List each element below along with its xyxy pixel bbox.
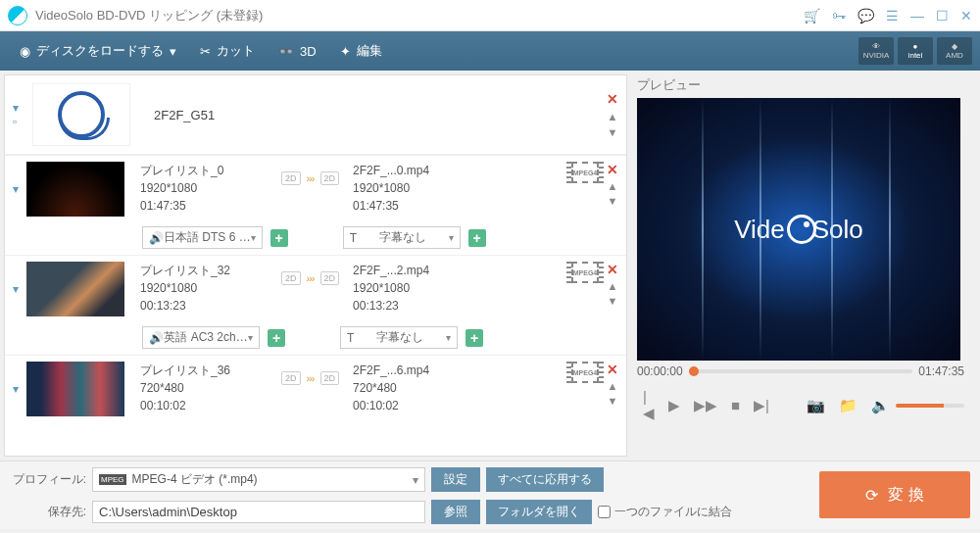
remove-item-icon[interactable]: ✕ bbox=[607, 262, 618, 277]
arrow-icon: ››› bbox=[307, 372, 315, 384]
item-dst-resolution: 1920*1080 bbox=[353, 179, 461, 197]
disc-controls: ✕ ▲ ▼ bbox=[607, 91, 618, 138]
merge-checkbox[interactable] bbox=[598, 506, 611, 518]
list-item: ▾ プレイリスト_0 1920*1080 01:47:35 2D ››› 2D … bbox=[5, 155, 626, 255]
conversion-arrow: 2D ››› 2D bbox=[281, 271, 339, 285]
volume-icon[interactable]: 🔈 bbox=[871, 397, 890, 414]
disc-title: 2F2F_G51 bbox=[154, 108, 215, 122]
item-src-duration: 01:47:35 bbox=[140, 197, 281, 215]
preview-label: プレビュー bbox=[637, 76, 964, 94]
cut-button[interactable]: ✂ カット bbox=[188, 42, 267, 60]
remove-item-icon[interactable]: ✕ bbox=[607, 362, 618, 377]
edit-button[interactable]: ✦ 編集 bbox=[328, 42, 394, 60]
3d-button[interactable]: 👓 3D bbox=[267, 44, 328, 59]
bluray-logo-icon bbox=[58, 91, 105, 138]
item-collapse-toggle[interactable]: ▾ bbox=[13, 182, 26, 196]
settings-button[interactable]: 設定 bbox=[431, 467, 480, 492]
title-bar: VideoSolo BD-DVD リッピング (未登録) 🛒 🗝 💬 ☰ — ☐… bbox=[0, 0, 980, 31]
move-item-down-icon[interactable]: ▼ bbox=[608, 395, 618, 407]
profile-select[interactable]: MPEG MPEG-4 ビデオ (*.mp4) ▾ bbox=[92, 467, 425, 492]
item-dst-name: 2F2F_...0.mp4 bbox=[353, 162, 461, 179]
wand-icon: ✦ bbox=[340, 44, 351, 59]
minimize-icon[interactable]: — bbox=[910, 8, 924, 24]
item-collapse-toggle[interactable]: ▾ bbox=[13, 282, 26, 296]
audio-icon: 🔊 bbox=[149, 231, 164, 245]
dst-dimension-badge: 2D bbox=[320, 271, 340, 285]
item-thumbnail bbox=[26, 362, 124, 416]
preview-logo: VideSolo bbox=[734, 215, 863, 245]
item-format[interactable]: MPEG4 bbox=[571, 262, 599, 283]
item-name: プレイリスト_0 bbox=[140, 162, 281, 179]
load-disc-button[interactable]: ◉ ディスクをロードする ▾ bbox=[8, 42, 188, 60]
chevron-down-icon: ▾ bbox=[248, 332, 253, 343]
move-item-down-icon[interactable]: ▼ bbox=[608, 195, 618, 207]
player-controls: |◀ ▶ ▶▶ ■ ▶| 📷 📁 🔈 bbox=[637, 388, 964, 422]
current-time: 00:00:00 bbox=[637, 364, 683, 378]
dest-label: 保存先: bbox=[10, 504, 86, 520]
add-subtitle-button[interactable]: + bbox=[466, 329, 483, 347]
merge-checkbox-wrap[interactable]: 一つのファイルに結合 bbox=[598, 504, 732, 520]
next-icon[interactable]: ▶| bbox=[754, 397, 769, 414]
edit-label: 編集 bbox=[357, 42, 382, 60]
move-item-down-icon[interactable]: ▼ bbox=[608, 295, 618, 307]
item-controls: ✕ ▲ ▼ bbox=[607, 262, 618, 307]
open-folder-button[interactable]: フォルダを開く bbox=[486, 500, 592, 524]
dest-path-input[interactable]: C:\Users\admin\Desktop bbox=[92, 501, 425, 523]
item-controls: ✕ ▲ ▼ bbox=[607, 362, 618, 407]
item-format[interactable]: MPEG4 bbox=[571, 362, 599, 383]
item-src-duration: 00:10:02 bbox=[140, 397, 281, 414]
audio-track-value: 日本語 DTS 6 … bbox=[164, 229, 251, 246]
convert-icon: ⟳ bbox=[865, 486, 878, 505]
menu-icon[interactable]: ☰ bbox=[886, 8, 899, 24]
play-icon[interactable]: ▶ bbox=[668, 397, 680, 414]
key-icon[interactable]: 🗝 bbox=[832, 8, 846, 24]
close-icon[interactable]: ✕ bbox=[960, 8, 972, 24]
seek-bar[interactable] bbox=[689, 369, 913, 373]
format-icon: MPEG4 bbox=[571, 262, 599, 283]
footer: プロフィール: MPEG MPEG-4 ビデオ (*.mp4) ▾ 設定 すべて… bbox=[0, 460, 980, 529]
add-audio-button[interactable]: + bbox=[268, 329, 285, 347]
glasses-icon: 👓 bbox=[278, 44, 294, 59]
cut-label: カット bbox=[217, 42, 255, 60]
subtitle-track-select[interactable]: T 字幕なし ▾ bbox=[340, 326, 458, 349]
add-audio-button[interactable]: + bbox=[270, 229, 288, 247]
apply-all-button[interactable]: すべてに応用する bbox=[486, 467, 604, 492]
move-up-icon[interactable]: ▲ bbox=[608, 111, 618, 122]
volume-slider[interactable] bbox=[896, 404, 964, 408]
item-src-duration: 00:13:23 bbox=[140, 297, 281, 315]
disc-header: ▾▫ 2F2F_G51 ✕ ▲ ▼ bbox=[5, 75, 626, 155]
audio-icon: 🔊 bbox=[149, 331, 164, 345]
amd-badge: ◆AMD bbox=[937, 37, 972, 65]
dst-dimension-badge: 2D bbox=[320, 371, 340, 385]
move-item-up-icon[interactable]: ▲ bbox=[608, 380, 618, 392]
item-source-info: プレイリスト_36 720*480 00:10:02 bbox=[140, 362, 281, 414]
item-format[interactable]: MPEG4 bbox=[571, 162, 599, 183]
stop-icon[interactable]: ■ bbox=[731, 397, 740, 413]
convert-button[interactable]: ⟳ 変 換 bbox=[819, 471, 970, 518]
fast-forward-icon[interactable]: ▶▶ bbox=[694, 397, 717, 414]
profile-label: プロフィール: bbox=[10, 471, 86, 488]
prev-icon[interactable]: |◀ bbox=[643, 388, 655, 422]
maximize-icon[interactable]: ☐ bbox=[936, 8, 949, 24]
subtitle-icon: T bbox=[347, 331, 354, 345]
nvidia-badge: 👁NVIDIA bbox=[858, 37, 894, 65]
subtitle-track-select[interactable]: T 字幕なし ▾ bbox=[343, 226, 461, 249]
audio-track-select[interactable]: 🔊 日本語 DTS 6 … ▾ bbox=[142, 226, 263, 249]
folder-icon[interactable]: 📁 bbox=[839, 397, 858, 414]
collapse-toggle[interactable]: ▾▫ bbox=[13, 101, 26, 128]
move-down-icon[interactable]: ▼ bbox=[608, 126, 618, 138]
audio-track-value: 英語 AC3 2ch… bbox=[164, 329, 247, 346]
remove-item-icon[interactable]: ✕ bbox=[607, 162, 618, 177]
item-collapse-toggle[interactable]: ▾ bbox=[13, 382, 26, 396]
title-list-panel: ▾▫ 2F2F_G51 ✕ ▲ ▼ ▾ プレイリスト_0 1920*1080 0… bbox=[4, 74, 627, 457]
move-item-up-icon[interactable]: ▲ bbox=[608, 180, 618, 192]
snapshot-icon[interactable]: 📷 bbox=[807, 397, 825, 414]
add-subtitle-button[interactable]: + bbox=[468, 229, 486, 247]
browse-button[interactable]: 参照 bbox=[431, 500, 480, 524]
feedback-icon[interactable]: 💬 bbox=[858, 8, 874, 24]
subtitle-track-value: 字幕なし bbox=[379, 229, 426, 246]
cart-icon[interactable]: 🛒 bbox=[804, 8, 820, 24]
remove-disc-icon[interactable]: ✕ bbox=[607, 91, 618, 107]
move-item-up-icon[interactable]: ▲ bbox=[608, 280, 618, 292]
audio-track-select[interactable]: 🔊 英語 AC3 2ch… ▾ bbox=[142, 326, 260, 349]
